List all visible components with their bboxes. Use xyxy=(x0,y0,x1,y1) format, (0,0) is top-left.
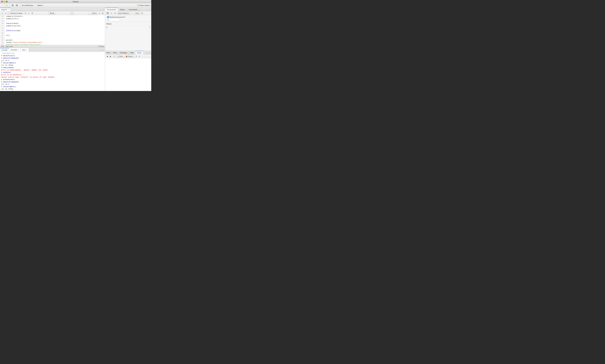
values-header-label: Values xyxy=(106,23,111,25)
save-button[interactable]: 💾 xyxy=(11,4,14,7)
run-button[interactable]: Run ▶ xyxy=(48,12,55,15)
console-content[interactable]: ~/Documents/R/ > detach(cars) > mean(car… xyxy=(0,52,105,91)
rerun-button[interactable]: ↻ xyxy=(70,12,74,15)
minimize-panel-icon[interactable]: _ xyxy=(99,8,101,11)
source-on-save-checkbox[interactable] xyxy=(8,12,10,14)
save-all-button[interactable]: 💾 xyxy=(15,4,19,7)
files-tab[interactable]: Files xyxy=(105,51,112,54)
console-tab-jobs[interactable]: Jobs ✕ xyxy=(20,48,29,52)
source-chevron-button[interactable]: ▾ xyxy=(98,12,101,15)
console-line-10: [1] 15.4 xyxy=(1,83,104,86)
console-tab-terminal[interactable]: Terminal ✕ xyxy=(9,48,20,52)
viewer-back-button[interactable]: ◀ xyxy=(106,55,109,58)
console-tab-console[interactable]: Console xyxy=(0,48,9,52)
help-tab[interactable]: Help xyxy=(129,51,135,54)
options-button[interactable]: ☰ xyxy=(31,12,34,15)
viewer-tab-label: Viewer xyxy=(137,52,142,54)
viewer-forward-button[interactable]: ▶ xyxy=(109,55,112,58)
env-search-input[interactable] xyxy=(106,18,120,21)
rb-maximize-icon[interactable]: □ xyxy=(148,52,151,54)
value-name-a: a xyxy=(106,26,107,28)
viewer-clear-button[interactable]: ⊙ xyxy=(135,55,138,58)
packages-tab[interactable]: Packages xyxy=(119,51,129,54)
packages-tab-label: Packages xyxy=(120,52,127,53)
console-output-4: [1] 25.76938 xyxy=(1,88,13,90)
code-line-21: 21 ls() xyxy=(0,34,105,37)
addins-label: Addins xyxy=(37,5,42,6)
viewer-options-button[interactable]: ✏ xyxy=(138,55,141,58)
editor-tab-day2[interactable]: Day2.R ✕ xyxy=(0,8,11,11)
close-button[interactable] xyxy=(1,1,3,2)
left-panel: Day2.R ✕ _ □ ↩ ↪ Source on Save xyxy=(0,8,105,91)
console-minimize-icon[interactable]: _ xyxy=(99,49,101,51)
find-button[interactable]: 🔍 xyxy=(24,12,27,15)
values-header: Values xyxy=(106,23,150,26)
code-line-20: 20 xyxy=(0,32,105,34)
line-number: 24 xyxy=(0,41,5,44)
rb-minimize-icon[interactable]: _ xyxy=(146,52,148,54)
console-cmd-6: attach(cars) xyxy=(3,79,15,80)
new-file-button[interactable]: 📄 xyxy=(1,4,4,7)
tab-close-icon[interactable]: ✕ xyxy=(8,9,9,10)
import-dataset-button[interactable]: Import Dataset ▾ xyxy=(117,12,130,15)
connections-tab-label: Connections xyxy=(129,9,138,10)
export-button[interactable]: 📤 Export ▾ xyxy=(124,55,134,58)
env-save-button[interactable]: 💾 xyxy=(106,12,109,15)
plots-tab-label: Plots xyxy=(113,52,117,53)
line-content xyxy=(5,27,105,29)
addins-button[interactable]: Addins ▾ xyxy=(37,4,44,7)
source-on-save-container: Source on Save xyxy=(8,12,22,14)
open-file-button[interactable]: 📂 xyxy=(5,4,9,7)
viewer-refresh-button[interactable]: ↻ xyxy=(112,55,115,58)
code-tools-button[interactable]: ✏ xyxy=(28,12,30,15)
main-layout: Day2.R ✕ _ □ ↩ ↪ Source on Save xyxy=(0,8,151,91)
global-env-button[interactable]: Global Environment ▾ xyxy=(106,16,150,18)
line-number: 15 xyxy=(0,20,5,22)
connections-tab[interactable]: Connections xyxy=(127,8,140,11)
env-options-button[interactable]: ⚙ xyxy=(141,12,143,15)
go-to-file-label: Go to file/function xyxy=(22,5,33,6)
redo-button[interactable]: ↪ xyxy=(4,12,7,15)
env-import-button[interactable]: ⬆ xyxy=(114,12,116,15)
editor-extra-button[interactable]: ⊞ xyxy=(101,12,104,15)
maximize-button[interactable] xyxy=(6,1,8,2)
maximize-panel-icon[interactable]: □ xyxy=(102,8,104,11)
environment-tab[interactable]: Environment xyxy=(105,8,118,11)
console-maximize-icon[interactable]: □ xyxy=(102,49,104,51)
export-icon: 📤 xyxy=(126,55,127,57)
titlebar: RStudio xyxy=(0,0,151,3)
right-top-minimize-icon[interactable]: _ xyxy=(145,8,148,11)
files-tab-label: Files xyxy=(107,52,110,53)
console-line-4: > sd(cars$dist) xyxy=(1,62,104,64)
history-tab[interactable]: History xyxy=(118,8,127,11)
go-to-file-button[interactable]: Go to file/function xyxy=(21,4,34,7)
line-number: 21 xyxy=(0,34,5,37)
value-val-a: 2 xyxy=(149,26,150,28)
console-cmd-1: detach(cars) xyxy=(3,55,15,57)
minimize-button[interactable] xyxy=(4,1,5,2)
line-number: 17 xyxy=(0,25,5,27)
console-tab-label: Console xyxy=(1,49,7,51)
viewer-tab[interactable]: Viewer xyxy=(135,51,143,54)
right-top-maximize-icon[interactable]: □ xyxy=(148,8,151,11)
code-editor[interactable]: 13 summary(chickwts) 14 summary(cars) 15… xyxy=(0,15,105,45)
app-title: RStudio xyxy=(73,1,79,2)
jobs-close-icon[interactable]: ✕ xyxy=(26,49,27,51)
viewer-content xyxy=(105,58,151,91)
line-number: 16 xyxy=(0,22,5,25)
source-arrow-icon: → xyxy=(90,12,91,14)
console-tab-bar: Console Terminal ✕ Jobs ✕ _ □ xyxy=(0,48,105,52)
zoom-button[interactable]: 🔍 Zoom xyxy=(116,55,124,58)
console-line-12: [1] 25.76938 xyxy=(1,88,104,90)
console-line-5: [1] 25.76938 xyxy=(1,64,104,66)
env-clear-button[interactable]: 🧹 xyxy=(131,12,134,15)
project-selector[interactable]: 🗂️ Project: (None) ▾ xyxy=(137,5,150,6)
console-cmd-5: sd(dist) xyxy=(3,72,11,73)
list-view-button[interactable]: List ▾ xyxy=(135,12,140,15)
source-button[interactable]: → Source xyxy=(89,12,98,15)
env-load-button[interactable]: 📂 xyxy=(110,12,113,15)
plots-tab[interactable]: Plots xyxy=(112,51,118,54)
line-content: library(UsingR) xyxy=(5,29,105,32)
undo-button[interactable]: ↩ xyxy=(1,12,4,15)
toolbar-separator-1 xyxy=(10,4,10,7)
